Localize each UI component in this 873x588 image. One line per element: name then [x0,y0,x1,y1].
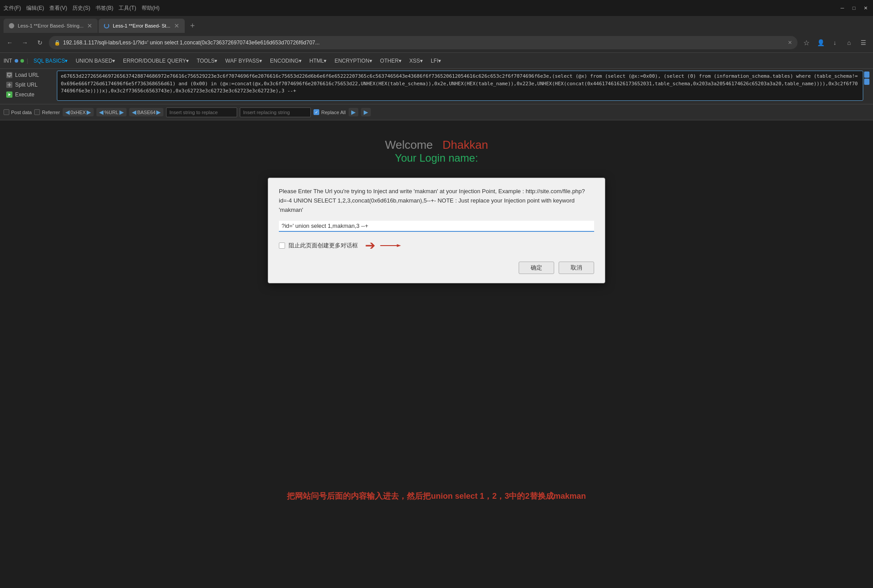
window-controls: ─ □ ✕ [838,4,869,12]
cancel-button[interactable]: 取消 [559,262,594,274]
arrow-svg [379,241,405,250]
split-url-button[interactable]: Split URL [4,80,53,89]
title-bar-left: 文件(F) 编辑(E) 查看(V) 历史(S) 书签(B) 工具(T) 帮助(H… [4,4,159,12]
replace-arrow-btn[interactable]: ▶ [349,108,358,116]
bottom-instruction: 把网站问号后面的内容输入进去，然后把union select 1，2，3中的2替… [287,491,586,501]
execute-icon [6,91,12,98]
replace-all-checkbox[interactable]: ✓ [313,109,319,115]
sqli-main-wrap: INT | SQL BASICS▾ UNION BASED▾ ERROR/DOU… [0,53,873,572]
dialog-checkbox-row: 阻止此页面创建更多对话框 ➔ [279,238,594,253]
replace-all-label: Replace All [321,110,345,115]
tab-bar: Less-1 **Error Based- String... ✕ Less-1… [0,16,873,33]
bottom-toolbar: Post data Referrer ◀ 0xHEX ▶ ◀ %URL ▶ ◀ … [0,104,873,120]
insert-replacing-input[interactable] [240,107,311,117]
base64-arrow-left: ◀ [132,109,136,115]
svg-marker-4 [8,93,11,96]
tab-2[interactable]: Less-1 **Error Based- St... ✕ [99,19,185,33]
lock-icon: 🔒 [54,40,60,46]
dialog-description: Please Enter The Url you're trying to In… [279,187,594,215]
menu-help[interactable]: 帮助(H) [142,4,160,12]
new-tab-button[interactable]: + [186,19,200,33]
tab-close-2[interactable]: ✕ [174,22,179,29]
toolbar-error-double[interactable]: ERROR/DOUBLE QUERY▾ [119,56,192,65]
toolbar-sql-basics[interactable]: SQL BASICS▾ [30,56,71,65]
toolbar-waf-bypass[interactable]: WAF BYPASS▾ [222,56,266,65]
url-ctrl-down[interactable] [864,79,869,85]
sqli-nav-toolbar: INT | SQL BASICS▾ UNION BASED▾ ERROR/DOU… [0,53,873,69]
load-url-button[interactable]: Load URL [4,71,53,79]
forward-button[interactable]: → [19,36,31,49]
replace-arrow2-btn[interactable]: ▶ [361,108,371,116]
url-sidebar: Load URL Split URL Execute [4,71,57,99]
tab-1[interactable]: Less-1 **Error Based- String... ✕ [4,19,98,33]
back-button[interactable]: ← [4,36,16,49]
clear-address-button[interactable]: ✕ [788,40,792,46]
welcome-line1: Welcome Dhakkan [385,138,488,152]
hex-encode-btn[interactable]: ◀ 0xHEX ▶ [63,108,94,116]
more-button[interactable]: ☰ [857,36,869,49]
int-label: INT [4,58,12,64]
dialog-arrow-icon: ➔ [365,238,375,253]
insert-string-input[interactable] [166,107,237,117]
post-data-checkbox[interactable] [4,109,9,115]
toolbar-icons: ☆ 👤 ↓ ⌂ ☰ [800,36,869,49]
toolbar-encoding[interactable]: ENCODING▾ [266,56,305,65]
menu-bookmark[interactable]: 书签(B) [95,4,113,12]
close-button[interactable]: ✕ [861,4,869,12]
menu-edit[interactable]: 编辑(E) [26,4,44,12]
user-button[interactable]: 👤 [814,36,827,49]
base64-encode-btn[interactable]: ◀ BASE64 ▶ [129,108,164,116]
minimize-button[interactable]: ─ [838,4,846,12]
toolbar-union-based[interactable]: UNION BASED▾ [72,56,119,65]
svg-marker-5 [397,244,401,247]
referrer-checkbox[interactable] [34,109,40,115]
toolbar-tools[interactable]: TOOLS▾ [193,56,221,65]
address-bar: ← → ↻ 🔒 192.168.1.117/sqli-labs/Less-1/?… [0,33,873,52]
maximize-button[interactable]: □ [850,4,858,12]
refresh-button[interactable]: ↻ [34,36,46,49]
dialog-input-wrap [279,221,594,232]
toolbar-encryption[interactable]: ENCRYPTION▾ [331,56,375,65]
dialog-checkbox[interactable] [279,242,285,249]
url-arrow-right: ▶ [119,109,124,115]
execute-button[interactable]: Execute [4,90,53,99]
address-text: 192.168.1.117/sqli-labs/Less-1/?id=' uni… [63,40,785,46]
post-data-check[interactable]: Post data [4,109,32,115]
url-area: Load URL Split URL Execute e67653d227265… [0,69,873,104]
toolbar-other[interactable]: OTHER▾ [377,56,405,65]
home-button[interactable]: ⌂ [843,36,855,49]
replace-arrow2-right: ▶ [364,109,368,115]
address-input-wrap[interactable]: 🔒 192.168.1.117/sqli-labs/Less-1/?id=' u… [49,36,798,49]
tab-label-2: Less-1 **Error Based- St... [113,23,171,28]
dialog-input[interactable] [279,221,594,231]
tab-close-1[interactable]: ✕ [87,22,92,29]
url-ctrl-up[interactable] [864,72,869,78]
menu-tools[interactable]: 工具(T) [119,4,136,12]
menu-file[interactable]: 文件(F) [4,4,21,12]
dialog-box: Please Enter The Url you're trying to In… [268,178,605,283]
download-button[interactable]: ↓ [829,36,841,49]
browser-chrome: 文件(F) 编辑(E) 查看(V) 历史(S) 书签(B) 工具(T) 帮助(H… [0,0,873,53]
tab-favicon-1 [9,23,14,28]
toolbar-xss[interactable]: XSS▾ [406,56,426,65]
url-arrow-left: ◀ [99,109,103,115]
hex-arrow-left: ◀ [65,109,70,115]
toolbar-lfi[interactable]: LFI▾ [427,56,444,65]
post-data-label: Post data [11,110,32,115]
welcome-label: Welcome [385,138,433,151]
confirm-button[interactable]: 确定 [519,262,554,274]
replace-all-check[interactable]: ✓ Replace All [313,109,345,115]
tab-label-1: Less-1 **Error Based- String... [18,23,83,28]
dialog-checkbox-label: 阻止此页面创建更多对话框 [289,242,358,250]
bookmark-button[interactable]: ☆ [800,36,813,49]
url-encode-btn[interactable]: ◀ %URL ▶ [96,108,127,116]
tab-favicon-2 [104,23,109,28]
referrer-check[interactable]: Referrer [34,109,60,115]
dot-indicators [15,59,25,63]
toolbar-html[interactable]: HTML▾ [306,56,330,65]
url-content[interactable]: e67653d22726564697265637428874686972e766… [57,71,863,101]
menu-view[interactable]: 查看(V) [49,4,67,12]
split-url-label: Split URL [15,82,38,88]
menu-history[interactable]: 历史(S) [72,4,90,12]
replace-arrow-right: ▶ [351,109,356,115]
